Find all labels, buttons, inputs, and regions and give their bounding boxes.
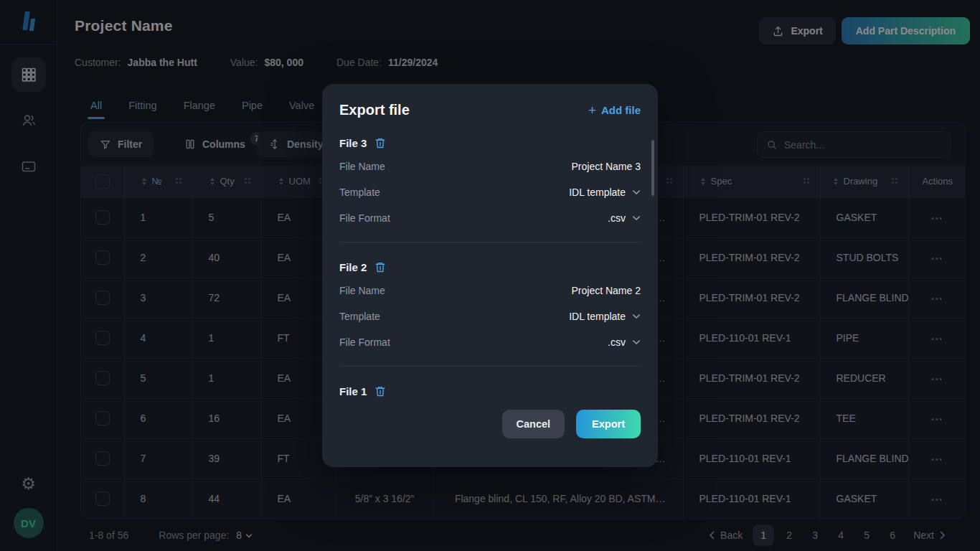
- file-section-heading: File 2: [339, 261, 367, 273]
- export-file-modal: Export file + Add file File 3 File Name …: [322, 84, 658, 467]
- modal-scrollbar[interactable]: [651, 140, 654, 196]
- file-format-label: File Format: [339, 336, 390, 348]
- file-name-label: File Name: [339, 161, 385, 172]
- file-format-label: File Format: [339, 212, 390, 224]
- template-label: Template: [339, 311, 380, 322]
- file-format-select[interactable]: .csv: [608, 336, 641, 348]
- add-file-button[interactable]: + Add file: [588, 103, 641, 117]
- chevron-down-icon: [632, 215, 641, 221]
- delete-file-button[interactable]: [374, 261, 386, 273]
- file-name-label: File Name: [339, 285, 385, 296]
- template-select[interactable]: IDL template: [569, 187, 641, 198]
- chevron-down-icon: [632, 314, 641, 319]
- chevron-down-icon: [632, 189, 641, 195]
- trash-icon: [374, 137, 386, 149]
- chevron-down-icon: [632, 339, 641, 345]
- file-name-input[interactable]: Project Name 3: [572, 161, 641, 172]
- delete-file-button[interactable]: [374, 385, 386, 397]
- delete-file-button[interactable]: [374, 137, 386, 149]
- plus-icon: +: [588, 103, 596, 117]
- modal-title: Export file: [339, 102, 410, 118]
- template-label: Template: [339, 187, 380, 198]
- trash-icon: [374, 261, 386, 273]
- file-section-heading: File 3: [339, 137, 367, 149]
- trash-icon: [374, 385, 386, 397]
- file-section-heading: File 1: [339, 385, 367, 397]
- template-select[interactable]: IDL template: [569, 311, 641, 322]
- modal-export-button[interactable]: Export: [576, 410, 641, 438]
- divider: [339, 242, 641, 242]
- divider: [339, 366, 641, 367]
- file-format-select[interactable]: .csv: [608, 212, 641, 224]
- cancel-button[interactable]: Cancel: [502, 410, 565, 438]
- file-name-input[interactable]: Project Name 2: [572, 285, 641, 296]
